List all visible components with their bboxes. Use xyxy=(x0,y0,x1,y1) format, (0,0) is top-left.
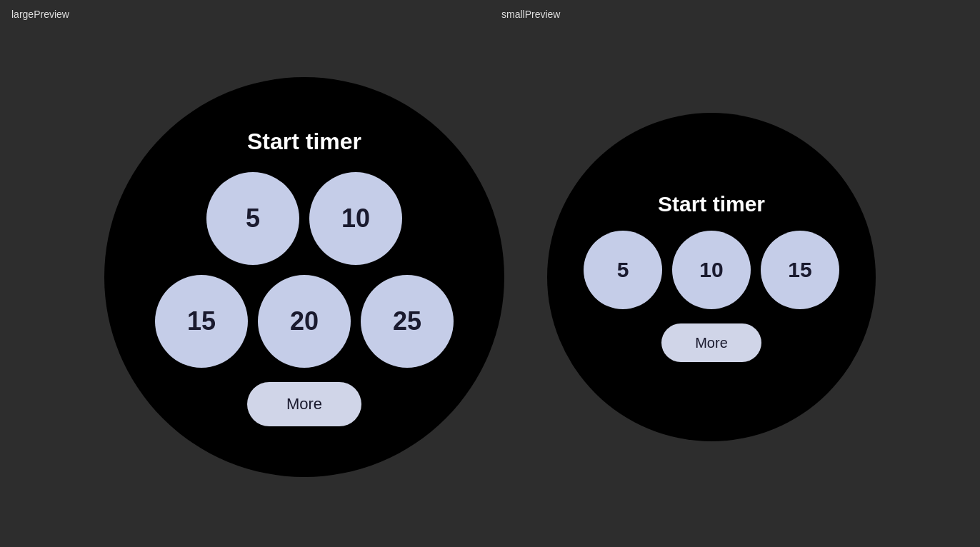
small-btn-5[interactable]: 5 xyxy=(584,231,662,309)
small-btn-15[interactable]: 15 xyxy=(761,231,839,309)
large-row-2: 15 20 25 xyxy=(155,275,454,368)
large-btn-20[interactable]: 20 xyxy=(258,275,351,368)
large-btn-5[interactable]: 5 xyxy=(206,172,299,265)
large-btn-15[interactable]: 15 xyxy=(155,275,248,368)
large-btn-25[interactable]: 25 xyxy=(361,275,454,368)
large-more-row: More xyxy=(247,378,361,426)
large-watch-face: Start timer 5 10 15 20 25 More xyxy=(104,77,504,477)
large-timer-buttons: 5 10 15 20 25 More xyxy=(155,172,454,426)
small-more-button[interactable]: More xyxy=(661,323,761,362)
large-more-button[interactable]: More xyxy=(247,382,361,426)
small-timer-buttons: 5 10 15 More xyxy=(584,231,839,362)
small-row-1: 5 10 15 xyxy=(584,231,839,309)
small-watch-face: Start timer 5 10 15 More xyxy=(547,113,876,441)
large-watch-title: Start timer xyxy=(247,129,361,155)
previews-container: Start timer 5 10 15 20 25 More Start tim… xyxy=(0,29,980,547)
large-watch-preview: Start timer 5 10 15 20 25 More xyxy=(104,77,504,477)
small-btn-10[interactable]: 10 xyxy=(672,231,751,309)
large-btn-10[interactable]: 10 xyxy=(309,172,402,265)
small-watch-title: Start timer xyxy=(658,192,765,216)
large-preview-label: largePreview xyxy=(11,9,501,20)
large-row-1: 5 10 xyxy=(206,172,402,265)
small-watch-preview: Start timer 5 10 15 More xyxy=(547,113,876,441)
small-more-row: More xyxy=(661,319,761,362)
small-preview-label: smallPreview xyxy=(501,9,969,20)
